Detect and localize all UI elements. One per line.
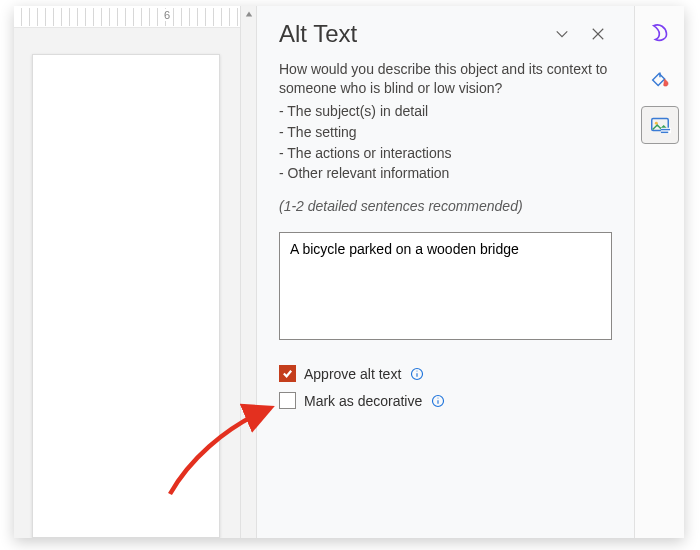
info-icon[interactable]: [409, 366, 424, 381]
vertical-scrollbar[interactable]: [240, 6, 256, 538]
panel-bullet: - Other relevant information: [279, 164, 612, 183]
info-icon[interactable]: [430, 393, 445, 408]
panel-description: How would you describe this object and i…: [279, 60, 612, 98]
ruler-tick-label: 6: [162, 9, 172, 21]
rail-alt-text-button[interactable]: [641, 106, 679, 144]
svg-point-4: [416, 370, 417, 371]
rail-designer-button[interactable]: [641, 14, 679, 52]
svg-point-7: [437, 397, 438, 398]
panel-bullet: - The subject(s) in detail: [279, 102, 612, 121]
scroll-up-button[interactable]: [243, 8, 255, 20]
horizontal-ruler: 6: [14, 6, 240, 28]
rail-styles-button[interactable]: [641, 60, 679, 98]
alt-text-panel: Alt Text How would you describe this obj…: [256, 6, 634, 538]
document-page[interactable]: [32, 54, 220, 538]
document-canvas[interactable]: [14, 28, 240, 538]
panel-bullet-list: - The subject(s) in detail - The setting…: [279, 102, 612, 184]
panel-bullet: - The actions or interactions: [279, 144, 612, 163]
panel-hint: (1-2 detailed sentences recommended): [279, 197, 612, 216]
side-tool-rail: [634, 6, 684, 538]
collapse-button[interactable]: [548, 20, 576, 48]
approve-alt-text-checkbox[interactable]: [279, 365, 296, 382]
alt-text-input[interactable]: [279, 232, 612, 340]
close-button[interactable]: [584, 20, 612, 48]
panel-bullet: - The setting: [279, 123, 612, 142]
approve-alt-text-label: Approve alt text: [304, 366, 401, 382]
document-area: 6: [14, 6, 240, 538]
mark-decorative-checkbox[interactable]: [279, 392, 296, 409]
mark-decorative-label: Mark as decorative: [304, 393, 422, 409]
panel-title: Alt Text: [279, 20, 540, 48]
